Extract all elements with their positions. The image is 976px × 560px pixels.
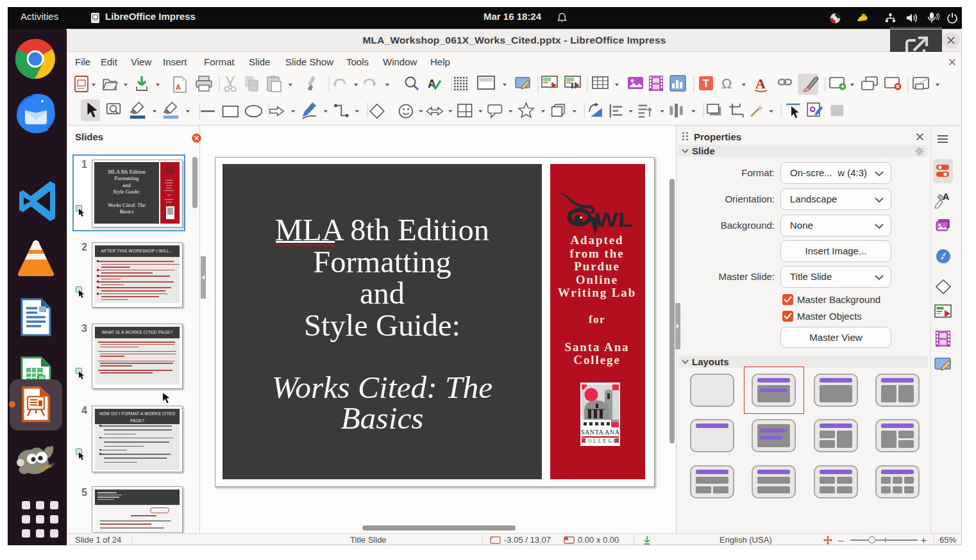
svg-text:Ω: Ω	[721, 76, 732, 92]
svg-text:SANTA ANA: SANTA ANA	[581, 429, 620, 436]
svg-text:COLLEGE: COLLEGE	[583, 438, 618, 444]
svg-text:A: A	[176, 83, 181, 91]
svg-text:A: A	[943, 192, 949, 202]
svg-text:WL: WL	[594, 208, 633, 231]
svg-text:A: A	[755, 76, 766, 92]
svg-text:T: T	[703, 78, 709, 89]
